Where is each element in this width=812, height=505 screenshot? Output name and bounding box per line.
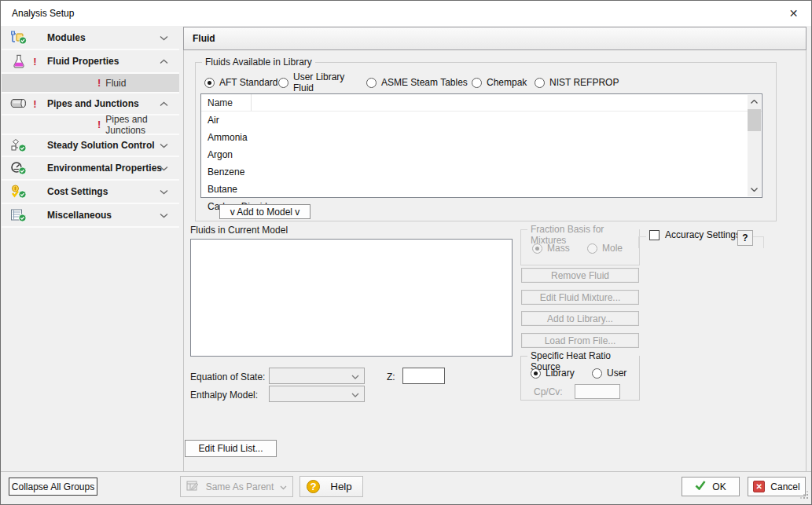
current-model-label: Fluids in Current Model [190, 225, 288, 236]
radio-user[interactable]: User [592, 368, 626, 379]
error-badge: ! [97, 77, 101, 89]
radio-user-library-fluid[interactable]: User Library Fluid [278, 71, 366, 93]
sidebar-item-label: Environmental Properties [47, 163, 162, 174]
footer-bar: Collapse All Groups Same As Parent ? Hel… [1, 471, 811, 504]
fraction-basis-groupbox: Fraction Basis for Mixtures Mass Mole [520, 229, 640, 265]
radio-mole: Mole [587, 243, 623, 254]
pipe-icon [8, 97, 30, 110]
cancel-button[interactable]: ✕ Cancel [748, 477, 806, 496]
chevron-down-icon [160, 210, 168, 221]
enthalpy-model-dropdown [269, 386, 365, 402]
panel-header: Fluid [183, 27, 806, 50]
solution-icon [8, 138, 30, 152]
panel-body: Fluids Available in Library AFT Standard… [183, 50, 806, 473]
edit-fluid-mixture-button: Edit Fluid Mixture... [521, 290, 639, 305]
z-input[interactable] [402, 368, 445, 384]
environment-icon [8, 161, 30, 175]
chevron-down-icon [160, 32, 168, 43]
collapse-all-groups-button[interactable]: Collapse All Groups [9, 478, 97, 496]
title-bar: Analysis Setup ✕ [1, 1, 811, 26]
chevron-down-icon [351, 371, 359, 382]
same-as-parent-button: Same As Parent [180, 476, 293, 497]
sidebar-item-label: Modules [47, 32, 86, 43]
load-from-file-button: Load From File... [521, 333, 639, 348]
sidebar-item-pipes-junctions[interactable]: ! Pipes and Junctions [2, 92, 179, 115]
chevron-down-icon [160, 140, 168, 151]
radio-dot [366, 78, 377, 88]
current-model-listbox[interactable] [190, 239, 513, 357]
scrollbar-thumb[interactable] [748, 109, 761, 131]
sidebar-item-label: Fluid Properties [47, 56, 119, 67]
enthalpy-model-label: Enthalpy Model: [190, 390, 258, 401]
window-title: Analysis Setup [12, 8, 74, 19]
accuracy-help-button[interactable]: ? [737, 230, 753, 246]
equation-of-state-label: Equation of State: [190, 371, 265, 382]
sidebar-item-fluid[interactable]: ! Fluid [2, 74, 179, 92]
chevron-down-icon [280, 481, 287, 492]
fluid-library-list[interactable]: Name Air Ammonia Argon Benzene Butane Ca… [200, 93, 762, 198]
resize-grip[interactable] [799, 490, 810, 503]
checkbox-box [649, 230, 660, 240]
chevron-down-icon [160, 186, 168, 197]
analysis-setup-dialog: Analysis Setup ✕ Modules [0, 0, 812, 505]
question-icon: ? [742, 232, 748, 243]
radio-dot [587, 243, 597, 254]
close-icon: ✕ [789, 7, 799, 20]
list-item[interactable]: Air [201, 112, 762, 129]
radio-aft-standard[interactable]: AFT Standard [204, 77, 278, 88]
sidebar-subitem-label: Pipes and Junctions [105, 114, 179, 136]
edit-fluid-list-button[interactable]: Edit Fluid List... [185, 440, 277, 457]
sidebar-item-fluid-properties[interactable]: ! Fluid Properties [2, 50, 179, 74]
radio-library[interactable]: Library [531, 368, 575, 379]
sidebar-item-miscellaneous[interactable]: Miscellaneous [2, 204, 179, 228]
check-icon [695, 481, 706, 492]
radio-asme-steam-tables[interactable]: ASME Steam Tables [366, 77, 472, 88]
column-header-name[interactable]: Name [201, 94, 252, 111]
sidebar: Modules ! Fluid Properties ! Fluid [2, 27, 179, 473]
radio-dot [592, 368, 602, 379]
close-button[interactable]: ✕ [776, 1, 811, 26]
chevron-down-icon [160, 163, 168, 174]
equation-of-state-dropdown [269, 368, 365, 384]
edit-form-icon [186, 480, 200, 494]
flask-icon [8, 54, 30, 68]
chevron-down-icon [351, 389, 359, 400]
list-item[interactable]: Argon [201, 146, 762, 163]
cp-cv-input [575, 384, 620, 399]
radio-dot [535, 78, 545, 88]
sidebar-item-modules[interactable]: Modules [2, 27, 179, 50]
scroll-down-button[interactable] [748, 183, 761, 196]
misc-icon [8, 208, 30, 222]
accuracy-settings-checkbox[interactable]: Accuracy Settings [646, 229, 744, 240]
sidebar-item-pipes-junctions-sub[interactable]: ! Pipes and Junctions [2, 115, 179, 134]
radio-dot [532, 243, 542, 254]
vertical-scrollbar[interactable] [748, 95, 761, 196]
add-to-model-button[interactable]: v Add to Model v [219, 204, 310, 219]
library-source-radios: AFT Standard User Library Fluid ASME Ste… [204, 76, 619, 89]
list-item[interactable]: Ammonia [201, 129, 762, 146]
scroll-up-button[interactable] [748, 95, 761, 108]
modules-icon [8, 31, 30, 45]
list-header-row: Name [201, 94, 762, 112]
sidebar-item-cost-settings[interactable]: Cost Settings [2, 181, 179, 204]
sidebar-item-steady-solution-control[interactable]: Steady Solution Control [2, 134, 179, 157]
radio-dot [531, 368, 541, 379]
help-button[interactable]: ? Help [299, 476, 363, 497]
cp-cv-label: Cp/Cv: [534, 386, 563, 397]
radio-chempak[interactable]: Chempak [472, 77, 535, 88]
z-label: Z: [387, 371, 395, 382]
error-badge: ! [30, 98, 40, 110]
ok-button[interactable]: OK [682, 477, 740, 496]
sidebar-item-label: Pipes and Junctions [47, 98, 139, 109]
page-title: Fluid [193, 33, 215, 44]
remove-fluid-button: Remove Fluid [521, 268, 639, 283]
list-item[interactable]: Benzene [201, 163, 762, 181]
sidebar-item-environmental-properties[interactable]: Environmental Properties [2, 157, 179, 181]
radio-nist-refprop[interactable]: NIST REFPROP [535, 77, 619, 88]
radio-dot [472, 78, 482, 88]
list-item[interactable]: Butane [201, 181, 762, 198]
chevron-up-icon [160, 56, 168, 67]
sidebar-subitem-label: Fluid [105, 78, 126, 89]
add-to-library-button: Add to Library... [521, 311, 639, 326]
sidebar-item-label: Miscellaneous [47, 210, 112, 221]
